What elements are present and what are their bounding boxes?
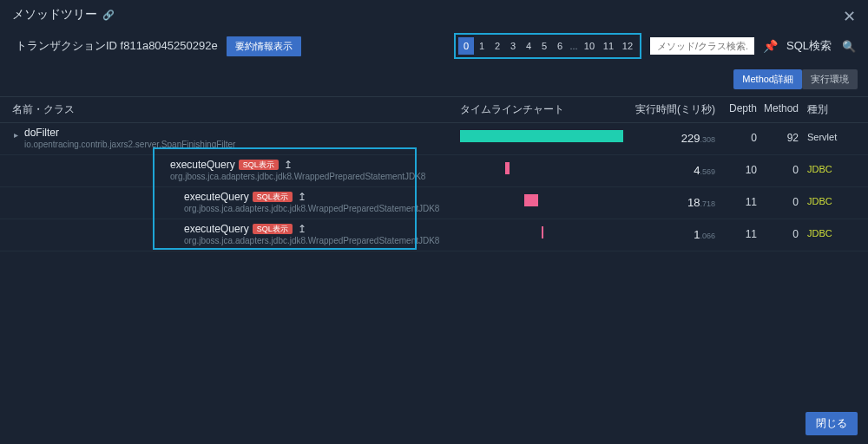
- col-chart: タイムラインチャート: [460, 102, 634, 117]
- sql-badge[interactable]: SQL表示: [239, 160, 279, 170]
- depth-value: 0: [722, 127, 760, 144]
- close-button[interactable]: 閉じる: [806, 412, 858, 435]
- magnify-icon[interactable]: 🔍: [842, 40, 856, 53]
- tab-exec-env[interactable]: 実行環境: [802, 69, 858, 89]
- exec-time-frac: .308: [700, 135, 715, 144]
- pager-page-4[interactable]: 4: [521, 37, 536, 55]
- class-name: org.jboss.jca.adapters.jdbc.jdk8.Wrapped…: [184, 204, 460, 213]
- close-icon[interactable]: ✕: [843, 7, 856, 26]
- link-icon[interactable]: 🔗: [102, 10, 115, 21]
- transaction-id: トランザクションID f811a8045250292e: [16, 38, 218, 54]
- sql-badge[interactable]: SQL表示: [253, 192, 293, 202]
- class-name: io.opentracing.contrib.jaxrs2.server.Spa…: [24, 140, 460, 149]
- exec-time-frac: .066: [700, 232, 715, 240]
- exec-time-frac: .569: [700, 167, 715, 176]
- up-arrow-icon[interactable]: ↥: [284, 159, 293, 171]
- expand-icon[interactable]: ▸: [14, 130, 18, 140]
- class-name: org.jboss.jca.adapters.jdbc.jdk8.Wrapped…: [170, 172, 460, 181]
- type-value: JDBC: [804, 159, 849, 174]
- timeline-bar: [542, 226, 543, 238]
- pager-page-0[interactable]: 0: [458, 37, 474, 55]
- timeline-bar: [505, 162, 510, 174]
- type-value: JDBC: [804, 223, 849, 238]
- search-input[interactable]: [650, 37, 754, 55]
- pager: 0123456...101112: [454, 33, 641, 59]
- pager-page-3[interactable]: 3: [505, 37, 521, 55]
- pager-ellipsis: ...: [568, 37, 580, 55]
- timeline-bar: [460, 130, 623, 142]
- pager-page-11[interactable]: 11: [599, 37, 618, 55]
- type-value: Servlet: [804, 127, 849, 142]
- table-row[interactable]: executeQuerySQL表示↥org.jboss.jca.adapters…: [0, 187, 868, 219]
- method-name: executeQuery: [184, 223, 249, 235]
- col-name: 名前・クラス: [0, 102, 460, 117]
- exec-time-frac: .718: [700, 199, 715, 208]
- exec-time-int: 18: [687, 196, 700, 209]
- method-count: 0: [760, 191, 804, 208]
- pager-page-12[interactable]: 12: [618, 37, 637, 55]
- depth-value: 10: [722, 159, 760, 176]
- pager-page-5[interactable]: 5: [536, 37, 552, 55]
- method-name: doFilter: [24, 127, 59, 139]
- col-depth: Depth: [722, 102, 760, 117]
- exec-time-int: 229: [681, 132, 700, 145]
- timeline-bar: [524, 194, 538, 206]
- method-name: executeQuery: [170, 159, 235, 171]
- table-row[interactable]: executeQuerySQL表示↥org.jboss.jca.adapters…: [0, 219, 868, 251]
- pager-page-1[interactable]: 1: [474, 37, 490, 55]
- pager-page-2[interactable]: 2: [490, 37, 505, 55]
- up-arrow-icon[interactable]: ↥: [298, 191, 306, 203]
- class-name: org.jboss.jca.adapters.jdbc.jdk8.Wrapped…: [184, 236, 460, 245]
- type-value: JDBC: [804, 191, 849, 206]
- tab-method-detail[interactable]: Method詳細: [733, 69, 802, 89]
- pin-icon[interactable]: 📌: [763, 39, 778, 53]
- depth-value: 11: [722, 191, 760, 208]
- method-count: 92: [760, 127, 804, 144]
- pager-page-6[interactable]: 6: [552, 37, 568, 55]
- method-count: 0: [760, 223, 804, 240]
- table-row[interactable]: ▸doFilterio.opentracing.contrib.jaxrs2.s…: [0, 123, 868, 155]
- method-name: executeQuery: [184, 191, 249, 203]
- method-count: 0: [760, 159, 804, 176]
- depth-value: 11: [722, 223, 760, 240]
- sql-search-link[interactable]: SQL検索: [786, 38, 832, 54]
- col-type: 種別: [804, 102, 849, 117]
- col-method: Method: [760, 102, 804, 117]
- sql-badge[interactable]: SQL表示: [253, 224, 293, 234]
- up-arrow-icon[interactable]: ↥: [298, 223, 306, 235]
- table-header: 名前・クラス タイムラインチャート 実行時間(ミリ秒) Depth Method…: [0, 96, 868, 123]
- col-time: 実行時間(ミリ秒): [634, 102, 722, 117]
- table-row[interactable]: executeQuerySQL表示↥org.jboss.jca.adapters…: [0, 155, 868, 187]
- page-title: メソッドツリー: [12, 7, 97, 23]
- pager-page-10[interactable]: 10: [580, 37, 599, 55]
- summary-button[interactable]: 要約情報表示: [227, 36, 301, 56]
